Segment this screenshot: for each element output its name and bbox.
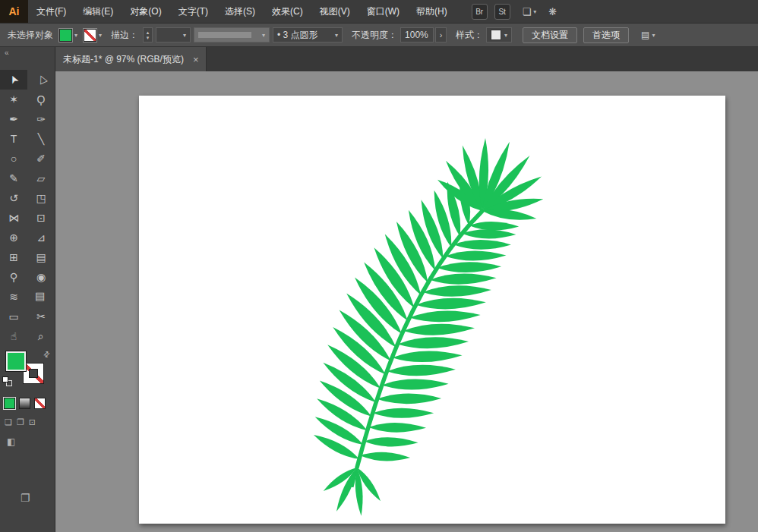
arrange-documents-dropdown[interactable]: ▤ ▾	[641, 30, 655, 40]
close-icon[interactable]: ×	[193, 54, 199, 65]
selection-tool-icon: ➤	[6, 73, 21, 86]
zoom-tool-icon: ⌕	[38, 330, 44, 343]
document-tab[interactable]: 未标题-1* @ 97% (RGB/预览) ×	[55, 47, 207, 71]
direct-selection-tool[interactable]: ▷	[27, 70, 55, 90]
stroke-color-dropdown[interactable]: ▾	[84, 29, 102, 42]
line-segment-tool[interactable]: ╲	[27, 129, 55, 149]
eyedropper-tool-icon: ⚲	[10, 271, 17, 283]
gesture-icon[interactable]: ❋	[548, 6, 557, 17]
width-tool[interactable]: ⋈	[0, 208, 27, 228]
fill-color-dropdown[interactable]: ▾	[59, 29, 77, 42]
opacity-label: 不透明度：	[352, 29, 397, 42]
screen-mode-icon[interactable]: ◧	[7, 436, 15, 447]
menu-item[interactable]: 视图(V)	[311, 0, 358, 23]
menu-item[interactable]: 帮助(H)	[408, 0, 456, 23]
paintbrush-tool[interactable]: ✐	[27, 149, 55, 168]
tools-collapse-button[interactable]: «	[0, 47, 55, 58]
preferences-button[interactable]: 首选项	[583, 27, 629, 43]
magic-wand-tool-icon: ✶	[9, 93, 18, 105]
rotate-tool-icon: ↺	[9, 192, 18, 204]
draw-behind-icon[interactable]: ❐	[17, 417, 24, 427]
stroke-weight-stepper[interactable]: ▴ ▾	[143, 27, 153, 42]
perspective-grid-tool-icon: ⊿	[36, 231, 46, 244]
artboard-tool-icon: ▭	[8, 310, 18, 323]
mesh-tool-icon: ⊞	[9, 251, 18, 263]
menu-item[interactable]: 对象(O)	[122, 0, 169, 23]
paintbrush-tool-icon: ✐	[36, 153, 46, 165]
opacity-panel-button[interactable]: ›	[435, 27, 447, 42]
lasso-tool-icon: Ϙ	[37, 93, 46, 105]
perspective-grid-tool[interactable]: ⊿	[27, 228, 55, 247]
shape-builder-tool[interactable]: ⊕	[0, 228, 27, 247]
chevron-down-icon: ▾	[335, 32, 338, 39]
gradient-button[interactable]	[19, 398, 30, 409]
zoom-tool[interactable]: ⌕	[27, 326, 55, 346]
symbol-sprayer-tool-icon: ≋	[9, 291, 18, 303]
artboard[interactable]	[139, 96, 725, 524]
stock-icon[interactable]: St	[494, 4, 510, 20]
stroke-weight-dropdown[interactable]: ▾	[156, 27, 191, 42]
eyedropper-tool[interactable]: ⚲	[0, 267, 27, 287]
gradient-tool[interactable]: ▤	[27, 247, 55, 267]
ellipse-tool[interactable]: ○	[0, 149, 27, 168]
menu-item[interactable]: 窗口(W)	[358, 0, 408, 23]
default-fill-stroke-icon[interactable]	[2, 376, 14, 387]
hand-tool[interactable]: ☝	[0, 326, 27, 346]
lasso-tool[interactable]: Ϙ	[27, 90, 55, 109]
selection-status: 未选择对象	[8, 29, 53, 42]
direct-selection-tool-icon: ▷	[33, 74, 48, 87]
blend-tool[interactable]: ◉	[27, 267, 55, 287]
color-button[interactable]	[4, 398, 15, 409]
menu-item[interactable]: 文件(F)	[28, 0, 74, 23]
control-bar: 未选择对象 ▾ ▾ 描边： ▴ ▾ ▾ ▾ • 3 点圆形 ▾ 不透明度： 1	[0, 23, 758, 47]
workspace-switcher-icon[interactable]: ❏	[523, 6, 532, 17]
menu-item[interactable]: 选择(S)	[216, 0, 264, 23]
width-tool-icon: ⋈	[8, 212, 19, 224]
chevron-down-icon: ▾	[99, 32, 102, 39]
eraser-tool-icon: ▱	[37, 172, 46, 184]
symbol-sprayer-tool[interactable]: ≋	[0, 287, 27, 307]
none-slash-icon	[84, 30, 96, 41]
illustrator-window: Ai 文件(F)编辑(E)对象(O)文字(T)选择(S)效果(C)视图(V)窗口…	[0, 0, 758, 532]
arrange-documents-icon: ▤	[641, 30, 649, 40]
style-dropdown[interactable]: ▾	[486, 27, 512, 42]
mesh-tool[interactable]: ⊞	[0, 247, 27, 267]
fill-indicator[interactable]	[5, 351, 27, 372]
menu-item[interactable]: 编辑(E)	[74, 0, 122, 23]
chevron-down-icon: ▾	[504, 32, 507, 39]
pen-tool-icon: ✒	[9, 113, 18, 125]
spin-up-icon[interactable]: ▴	[147, 30, 150, 35]
selection-tool[interactable]: ➤	[0, 70, 27, 90]
column-graph-tool[interactable]: ▥	[27, 287, 55, 307]
swap-fill-stroke-icon[interactable]: ⇄	[41, 349, 52, 360]
free-transform-tool[interactable]: ⊡	[27, 208, 55, 228]
pencil-tool[interactable]: ✎	[0, 168, 27, 188]
pen-tool[interactable]: ✒	[0, 109, 27, 129]
none-button[interactable]	[34, 398, 46, 409]
chevron-down-icon: ▾	[74, 32, 77, 39]
tools-panel: « ➤▷✶Ϙ✒✑T╲○✐✎▱↺◳⋈⊡⊕⊿⊞▤⚲◉≋▥▭✂☝⌕ ⇄ ❏ ❐ ⊡	[0, 47, 55, 532]
draw-inside-icon[interactable]: ⊡	[29, 417, 36, 427]
curvature-tool[interactable]: ✑	[27, 109, 55, 129]
opacity-input[interactable]: 100%	[400, 27, 434, 42]
bridge-icon[interactable]: Br	[472, 4, 488, 20]
edit-toolbar-icon[interactable]: ❐	[21, 492, 30, 504]
brush-definition-dropdown[interactable]: • 3 点圆形 ▾	[273, 27, 343, 42]
canvas-area[interactable]	[55, 71, 758, 532]
draw-normal-icon[interactable]: ❏	[5, 417, 12, 427]
eraser-tool[interactable]: ▱	[27, 168, 55, 188]
scale-tool[interactable]: ◳	[27, 188, 55, 208]
rotate-tool[interactable]: ↺	[0, 188, 27, 208]
artboard-tool[interactable]: ▭	[0, 307, 27, 326]
palm-frond-art[interactable]	[139, 96, 725, 524]
spin-down-icon[interactable]: ▾	[147, 35, 150, 40]
slice-tool-icon: ✂	[36, 310, 46, 323]
type-tool[interactable]: T	[0, 129, 27, 149]
slice-tool[interactable]: ✂	[27, 307, 55, 326]
magic-wand-tool[interactable]: ✶	[0, 90, 27, 109]
document-setup-button[interactable]: 文档设置	[523, 27, 577, 43]
menu-item[interactable]: 文字(T)	[170, 0, 216, 23]
menu-item[interactable]: 效果(C)	[264, 0, 311, 23]
brush-definition-value: 3 点圆形	[283, 30, 318, 40]
chevron-down-icon: ▾	[533, 8, 536, 15]
